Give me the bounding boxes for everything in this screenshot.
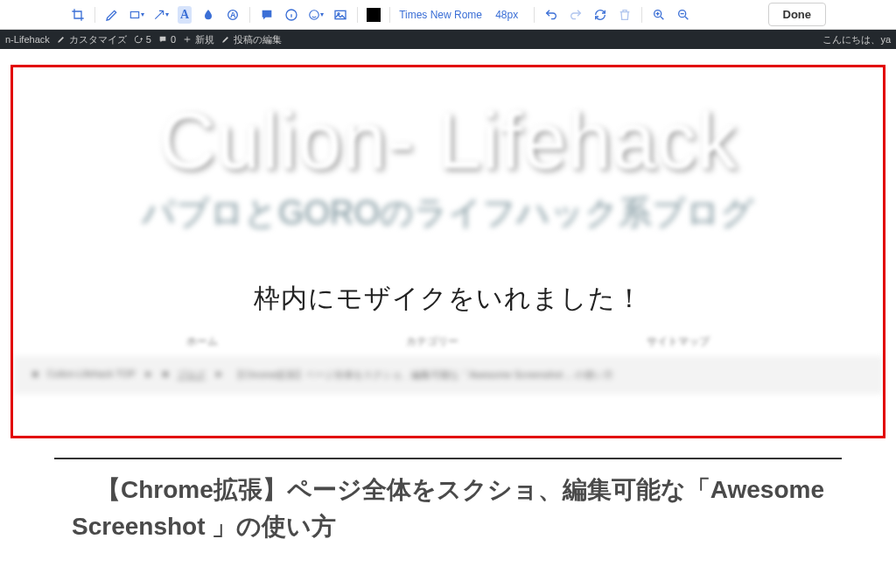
image-icon[interactable] <box>332 7 348 23</box>
rectangle-icon[interactable]: ▾ <box>129 7 144 23</box>
svg-rect-0 <box>130 11 138 18</box>
divider <box>54 458 842 459</box>
zoom-in-icon[interactable] <box>651 7 667 23</box>
wp-customize-label: カスタマイズ <box>69 33 127 46</box>
info-icon[interactable] <box>284 7 299 23</box>
text-icon[interactable]: A <box>178 6 192 24</box>
annotation-rectangle[interactable]: Culion- Lifehack パブロとGOROのライフハック系ブログ 枠内に… <box>10 65 886 438</box>
wp-site-name[interactable]: n-Lifehack <box>5 34 50 45</box>
badge-icon[interactable]: A <box>225 7 241 23</box>
article-title: 【Chrome拡張】ページ全体をスクショ、編集可能な「Awesome Scree… <box>10 472 886 545</box>
wp-new-label: 新規 <box>195 33 214 46</box>
font-size-select[interactable]: 48px <box>495 9 525 21</box>
done-button[interactable]: Done <box>768 3 827 26</box>
pen-icon[interactable] <box>104 7 120 23</box>
comment-icon[interactable] <box>259 7 275 23</box>
svg-point-3 <box>310 10 319 19</box>
undo-icon[interactable] <box>543 7 559 23</box>
crumb-post: 【Chrome拡張】ページ全体をスクショ、編集可能な「Awesome Scree… <box>233 368 613 382</box>
hero-banner: Culion- Lifehack パブロとGOROのライフハック系ブログ <box>13 67 883 269</box>
separator <box>389 7 390 23</box>
hero-subtitle: パブロとGOROのライフハック系ブログ <box>142 191 754 235</box>
wp-updates[interactable]: 5 <box>134 34 151 45</box>
separator <box>357 7 358 23</box>
crumb-top[interactable]: Culion-Lifehack TOP <box>47 368 136 382</box>
refresh-icon[interactable] <box>592 7 608 23</box>
annotation-text[interactable]: 枠内にモザイクをいれました！ <box>254 284 643 312</box>
font-select[interactable]: Times New Rome <box>399 9 486 21</box>
editor-toolbar: ▾ ▾ A A ▾ Times New Rome 48px <box>0 0 896 30</box>
redo-icon[interactable] <box>568 7 584 23</box>
separator <box>534 7 535 23</box>
color-swatch[interactable] <box>367 8 381 22</box>
nav-home[interactable]: ホーム <box>186 334 218 349</box>
wp-edit-label: 投稿の編集 <box>234 33 282 46</box>
wp-comments[interactable]: 0 <box>158 34 176 45</box>
wp-greeting[interactable]: こんにちは、ya <box>822 33 891 46</box>
separator <box>641 7 642 23</box>
wp-new[interactable]: 新規 <box>183 33 214 46</box>
wp-customize[interactable]: カスタマイズ <box>57 33 127 46</box>
breadcrumb: ■ Culion-Lifehack TOP ►■ ブログ ► 【Chrome拡張… <box>13 356 883 394</box>
wp-admin-bar: n-Lifehack カスタマイズ 5 0 新規 投稿の編集 こんにちは、ya <box>0 30 896 49</box>
nav-category[interactable]: カテゴリー <box>406 334 458 349</box>
hero-title: Culion- Lifehack <box>158 102 737 180</box>
crumb-blog[interactable]: ブログ <box>177 368 206 382</box>
trash-icon[interactable] <box>617 7 633 23</box>
site-nav: ホーム カテゴリー サイトマップ <box>13 322 883 356</box>
separator <box>94 7 95 23</box>
wp-edit[interactable]: 投稿の編集 <box>221 33 282 46</box>
wp-updates-count: 5 <box>146 34 151 45</box>
nav-sitemap[interactable]: サイトマップ <box>647 334 710 349</box>
wp-comments-count: 0 <box>171 34 176 45</box>
emoji-icon[interactable]: ▾ <box>308 7 324 23</box>
annotation-text-row: 枠内にモザイクをいれました！ <box>13 269 883 322</box>
zoom-out-icon[interactable] <box>676 7 691 23</box>
arrow-icon[interactable]: ▾ <box>153 7 169 23</box>
crop-icon[interactable] <box>70 7 86 23</box>
captured-screenshot: Culion- Lifehack パブロとGOROのライフハック系ブログ 枠内に… <box>0 49 896 545</box>
separator <box>249 7 250 23</box>
blur-icon[interactable] <box>200 7 216 23</box>
